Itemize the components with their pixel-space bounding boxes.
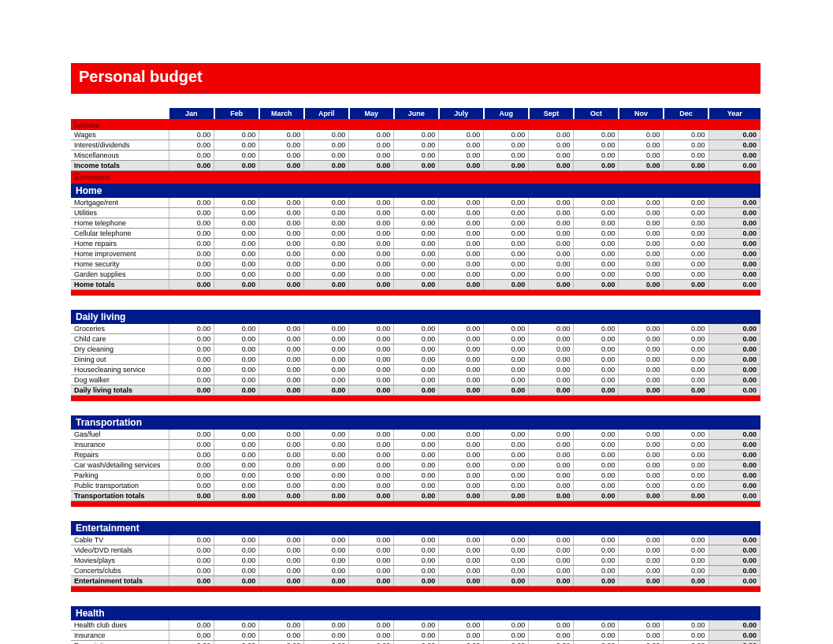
cell-value: 0.00 — [439, 631, 484, 641]
cell-value: 0.00 — [349, 259, 394, 270]
cell-value: 0.00 — [259, 641, 304, 645]
table-row: Car wash/detailing services0.000.000.000… — [71, 460, 760, 471]
spacer — [71, 94, 760, 108]
cell-value: 0.00 — [169, 270, 214, 280]
month-header: May — [349, 108, 394, 119]
cell-value: 0.00 — [349, 365, 394, 375]
category-header: Transportation — [71, 415, 760, 430]
cell-value: 0.00 — [394, 471, 439, 481]
cell-value: 0.00 — [394, 151, 439, 161]
year-total: 0.00 — [708, 334, 760, 344]
month-header: Aug — [484, 108, 529, 119]
cell-value: 0.00 — [619, 576, 664, 586]
table-row: Interest/dividends0.000.000.000.000.000.… — [71, 140, 760, 151]
cell-value: 0.00 — [619, 198, 664, 208]
cell-value: 0.00 — [619, 375, 664, 385]
cell-value: 0.00 — [439, 208, 484, 218]
cell-value: 0.00 — [259, 576, 304, 586]
year-total: 0.00 — [708, 545, 760, 556]
cell-value: 0.00 — [349, 576, 394, 586]
cell-value: 0.00 — [349, 460, 394, 471]
cell-value: 0.00 — [214, 324, 259, 334]
cell-value: 0.00 — [169, 229, 214, 239]
cell-value: 0.00 — [484, 631, 529, 641]
cell-value: 0.00 — [574, 430, 619, 440]
cell-value: 0.00 — [439, 545, 484, 556]
cell-value: 0.00 — [169, 440, 214, 450]
cell-value: 0.00 — [619, 259, 664, 270]
cell-value: 0.00 — [529, 280, 574, 290]
year-total: 0.00 — [708, 151, 760, 161]
cell-value: 0.00 — [484, 355, 529, 365]
cell-value: 0.00 — [439, 491, 484, 501]
cell-value: 0.00 — [169, 641, 214, 645]
cell-value: 0.00 — [394, 259, 439, 270]
cell-value: 0.00 — [484, 545, 529, 556]
cell-value: 0.00 — [214, 229, 259, 239]
cell-value: 0.00 — [349, 641, 394, 645]
cell-value: 0.00 — [529, 259, 574, 270]
cell-value: 0.00 — [664, 545, 708, 556]
cell-value: 0.00 — [574, 471, 619, 481]
table-row: Wages0.000.000.000.000.000.000.000.000.0… — [71, 130, 760, 140]
cell-value: 0.00 — [304, 385, 349, 396]
year-total: 0.00 — [708, 130, 760, 140]
cell-value: 0.00 — [394, 440, 439, 450]
category-header: Home — [71, 184, 760, 198]
cell-value: 0.00 — [484, 365, 529, 375]
cell-value: 0.00 — [214, 140, 259, 151]
cell-value: 0.00 — [439, 430, 484, 440]
cell-value: 0.00 — [169, 430, 214, 440]
cell-value: 0.00 — [304, 249, 349, 259]
table-row: Miscellaneous0.000.000.000.000.000.000.0… — [71, 151, 760, 161]
cell-value: 0.00 — [664, 641, 708, 645]
cell-value: 0.00 — [214, 385, 259, 396]
cell-value: 0.00 — [394, 481, 439, 491]
cell-value: 0.00 — [169, 460, 214, 471]
cell-value: 0.00 — [619, 334, 664, 344]
red-divider — [71, 290, 760, 296]
cell-value: 0.00 — [529, 450, 574, 460]
cell-value: 0.00 — [439, 641, 484, 645]
cell-value: 0.00 — [439, 324, 484, 334]
cell-value: 0.00 — [259, 365, 304, 375]
cell-value: 0.00 — [529, 249, 574, 259]
cell-value: 0.00 — [349, 566, 394, 576]
cell-value: 0.00 — [394, 229, 439, 239]
cell-value: 0.00 — [664, 161, 708, 171]
cell-value: 0.00 — [664, 576, 708, 586]
cell-value: 0.00 — [214, 471, 259, 481]
cell-value: 0.00 — [664, 324, 708, 334]
cell-value: 0.00 — [619, 218, 664, 229]
cell-value: 0.00 — [394, 218, 439, 229]
cell-value: 0.00 — [484, 151, 529, 161]
cell-value: 0.00 — [394, 545, 439, 556]
row-label: Garden supplies — [71, 270, 169, 280]
cell-value: 0.00 — [259, 280, 304, 290]
year-total: 0.00 — [708, 481, 760, 491]
cell-value: 0.00 — [619, 620, 664, 631]
cell-value: 0.00 — [529, 344, 574, 355]
cell-value: 0.00 — [574, 324, 619, 334]
cell-value: 0.00 — [304, 324, 349, 334]
cell-value: 0.00 — [259, 375, 304, 385]
cell-value: 0.00 — [619, 471, 664, 481]
cell-value: 0.00 — [214, 440, 259, 450]
month-header: March — [259, 108, 304, 119]
cell-value: 0.00 — [484, 324, 529, 334]
year-total: 0.00 — [708, 140, 760, 151]
cell-value: 0.00 — [214, 566, 259, 576]
cell-value: 0.00 — [259, 334, 304, 344]
cell-value: 0.00 — [484, 576, 529, 586]
cell-value: 0.00 — [439, 620, 484, 631]
cell-value: 0.00 — [394, 566, 439, 576]
cell-value: 0.00 — [529, 385, 574, 396]
cell-value: 0.00 — [394, 450, 439, 460]
cell-value: 0.00 — [664, 620, 708, 631]
cell-value: 0.00 — [304, 239, 349, 249]
cell-value: 0.00 — [349, 471, 394, 481]
cell-value: 0.00 — [574, 620, 619, 631]
cell-value: 0.00 — [619, 491, 664, 501]
cell-value: 0.00 — [394, 620, 439, 631]
cell-value: 0.00 — [259, 229, 304, 239]
